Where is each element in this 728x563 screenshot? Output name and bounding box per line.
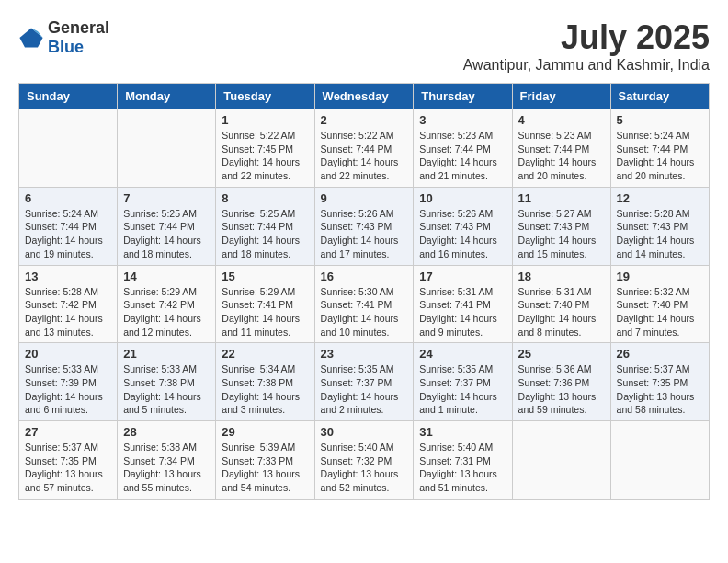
calendar-cell: 18Sunrise: 5:31 AM Sunset: 7:40 PM Dayli…: [512, 265, 610, 343]
day-number: 2: [321, 113, 408, 127]
day-info: Sunrise: 5:28 AM Sunset: 7:42 PM Dayligh…: [25, 285, 111, 339]
day-info: Sunrise: 5:25 AM Sunset: 7:44 PM Dayligh…: [123, 207, 210, 261]
day-info: Sunrise: 5:40 AM Sunset: 7:32 PM Dayligh…: [321, 441, 408, 495]
day-number: 6: [25, 191, 111, 205]
day-number: 20: [25, 347, 111, 361]
week-row-1: 1Sunrise: 5:22 AM Sunset: 7:45 PM Daylig…: [19, 109, 710, 188]
day-number: 24: [419, 347, 506, 361]
day-number: 11: [518, 191, 605, 205]
day-number: 16: [321, 270, 408, 283]
logo-icon: [18, 25, 44, 51]
day-number: 12: [617, 191, 703, 205]
calendar-cell: 6Sunrise: 5:24 AM Sunset: 7:44 PM Daylig…: [19, 187, 118, 265]
day-info: Sunrise: 5:22 AM Sunset: 7:44 PM Dayligh…: [321, 129, 408, 183]
calendar-cell: 15Sunrise: 5:29 AM Sunset: 7:41 PM Dayli…: [216, 265, 314, 343]
calendar-cell: 12Sunrise: 5:28 AM Sunset: 7:43 PM Dayli…: [610, 187, 709, 265]
day-number: 15: [222, 270, 308, 283]
week-row-2: 6Sunrise: 5:24 AM Sunset: 7:44 PM Daylig…: [19, 187, 710, 265]
weekday-header-monday: Monday: [118, 84, 216, 109]
calendar-cell: [19, 109, 118, 188]
day-info: Sunrise: 5:38 AM Sunset: 7:34 PM Dayligh…: [123, 441, 210, 495]
calendar-cell: 8Sunrise: 5:25 AM Sunset: 7:44 PM Daylig…: [216, 187, 314, 265]
calendar-cell: 30Sunrise: 5:40 AM Sunset: 7:32 PM Dayli…: [314, 421, 414, 500]
day-info: Sunrise: 5:34 AM Sunset: 7:38 PM Dayligh…: [222, 362, 308, 417]
day-number: 5: [617, 113, 703, 127]
logo-blue: Blue: [48, 38, 84, 56]
week-row-4: 20Sunrise: 5:33 AM Sunset: 7:39 PM Dayli…: [19, 343, 710, 421]
day-info: Sunrise: 5:24 AM Sunset: 7:44 PM Dayligh…: [25, 207, 111, 261]
calendar-cell: 27Sunrise: 5:37 AM Sunset: 7:35 PM Dayli…: [19, 421, 118, 500]
calendar-cell: 23Sunrise: 5:35 AM Sunset: 7:37 PM Dayli…: [314, 343, 414, 421]
day-info: Sunrise: 5:35 AM Sunset: 7:37 PM Dayligh…: [419, 362, 506, 417]
day-info: Sunrise: 5:24 AM Sunset: 7:44 PM Dayligh…: [617, 129, 703, 183]
header: General Blue July 2025 Awantipur, Jammu …: [18, 18, 710, 74]
calendar-table: SundayMondayTuesdayWednesdayThursdayFrid…: [18, 83, 710, 500]
calendar-cell: 16Sunrise: 5:30 AM Sunset: 7:41 PM Dayli…: [314, 265, 414, 343]
calendar-cell: 22Sunrise: 5:34 AM Sunset: 7:38 PM Dayli…: [216, 343, 314, 421]
calendar-cell: 4Sunrise: 5:23 AM Sunset: 7:44 PM Daylig…: [512, 109, 610, 188]
week-row-5: 27Sunrise: 5:37 AM Sunset: 7:35 PM Dayli…: [19, 421, 710, 500]
day-number: 3: [419, 113, 506, 127]
calendar-cell: 14Sunrise: 5:29 AM Sunset: 7:42 PM Dayli…: [118, 265, 216, 343]
day-number: 28: [123, 425, 210, 439]
calendar-cell: 24Sunrise: 5:35 AM Sunset: 7:37 PM Dayli…: [414, 343, 512, 421]
calendar-cell: 2Sunrise: 5:22 AM Sunset: 7:44 PM Daylig…: [314, 109, 414, 188]
day-info: Sunrise: 5:33 AM Sunset: 7:39 PM Dayligh…: [25, 362, 111, 417]
day-info: Sunrise: 5:31 AM Sunset: 7:40 PM Dayligh…: [518, 285, 605, 339]
weekday-header-friday: Friday: [512, 84, 610, 109]
day-number: 8: [222, 191, 308, 205]
day-info: Sunrise: 5:23 AM Sunset: 7:44 PM Dayligh…: [419, 129, 506, 183]
calendar-cell: 11Sunrise: 5:27 AM Sunset: 7:43 PM Dayli…: [512, 187, 610, 265]
day-number: 1: [222, 113, 308, 127]
day-number: 30: [321, 425, 408, 439]
calendar-cell: 10Sunrise: 5:26 AM Sunset: 7:43 PM Dayli…: [414, 187, 512, 265]
calendar-cell: 26Sunrise: 5:37 AM Sunset: 7:35 PM Dayli…: [610, 343, 709, 421]
week-row-3: 13Sunrise: 5:28 AM Sunset: 7:42 PM Dayli…: [19, 265, 710, 343]
day-number: 4: [518, 113, 605, 127]
day-number: 25: [518, 347, 605, 361]
weekday-header-thursday: Thursday: [414, 84, 512, 109]
day-info: Sunrise: 5:40 AM Sunset: 7:31 PM Dayligh…: [419, 441, 506, 495]
day-info: Sunrise: 5:23 AM Sunset: 7:44 PM Dayligh…: [518, 129, 605, 183]
day-number: 14: [123, 270, 210, 283]
day-info: Sunrise: 5:22 AM Sunset: 7:45 PM Dayligh…: [222, 129, 308, 183]
calendar-cell: 19Sunrise: 5:32 AM Sunset: 7:40 PM Dayli…: [610, 265, 709, 343]
day-number: 21: [123, 347, 210, 361]
weekday-header-tuesday: Tuesday: [216, 84, 314, 109]
weekday-header-saturday: Saturday: [610, 84, 709, 109]
calendar-cell: 3Sunrise: 5:23 AM Sunset: 7:44 PM Daylig…: [414, 109, 512, 188]
svg-marker-0: [19, 29, 42, 48]
logo: General Blue: [18, 18, 109, 57]
calendar-cell: 1Sunrise: 5:22 AM Sunset: 7:45 PM Daylig…: [216, 109, 314, 188]
day-number: 7: [123, 191, 210, 205]
day-number: 26: [617, 347, 703, 361]
day-number: 19: [617, 270, 703, 283]
day-info: Sunrise: 5:25 AM Sunset: 7:44 PM Dayligh…: [222, 207, 308, 261]
calendar-cell: 5Sunrise: 5:24 AM Sunset: 7:44 PM Daylig…: [610, 109, 709, 188]
weekday-header-wednesday: Wednesday: [314, 84, 414, 109]
day-info: Sunrise: 5:27 AM Sunset: 7:43 PM Dayligh…: [518, 207, 605, 261]
day-info: Sunrise: 5:29 AM Sunset: 7:41 PM Dayligh…: [222, 285, 308, 339]
location-title: Awantipur, Jammu and Kashmir, India: [463, 57, 710, 74]
weekday-header-sunday: Sunday: [19, 84, 118, 109]
logo-general: General: [48, 18, 109, 37]
day-info: Sunrise: 5:37 AM Sunset: 7:35 PM Dayligh…: [617, 362, 703, 417]
calendar-cell: 29Sunrise: 5:39 AM Sunset: 7:33 PM Dayli…: [216, 421, 314, 500]
calendar-cell: 9Sunrise: 5:26 AM Sunset: 7:43 PM Daylig…: [314, 187, 414, 265]
day-number: 23: [321, 347, 408, 361]
day-number: 31: [419, 425, 506, 439]
day-info: Sunrise: 5:31 AM Sunset: 7:41 PM Dayligh…: [419, 285, 506, 339]
day-info: Sunrise: 5:39 AM Sunset: 7:33 PM Dayligh…: [222, 441, 308, 495]
calendar-cell: [610, 421, 709, 500]
day-number: 22: [222, 347, 308, 361]
title-area: July 2025 Awantipur, Jammu and Kashmir, …: [463, 18, 710, 74]
day-number: 10: [419, 191, 506, 205]
month-title: July 2025: [463, 18, 710, 57]
day-info: Sunrise: 5:28 AM Sunset: 7:43 PM Dayligh…: [617, 207, 703, 261]
day-info: Sunrise: 5:30 AM Sunset: 7:41 PM Dayligh…: [321, 285, 408, 339]
day-info: Sunrise: 5:35 AM Sunset: 7:37 PM Dayligh…: [321, 362, 408, 417]
calendar-cell: 20Sunrise: 5:33 AM Sunset: 7:39 PM Dayli…: [19, 343, 118, 421]
day-info: Sunrise: 5:26 AM Sunset: 7:43 PM Dayligh…: [419, 207, 506, 261]
calendar-cell: 13Sunrise: 5:28 AM Sunset: 7:42 PM Dayli…: [19, 265, 118, 343]
calendar-cell: [512, 421, 610, 500]
